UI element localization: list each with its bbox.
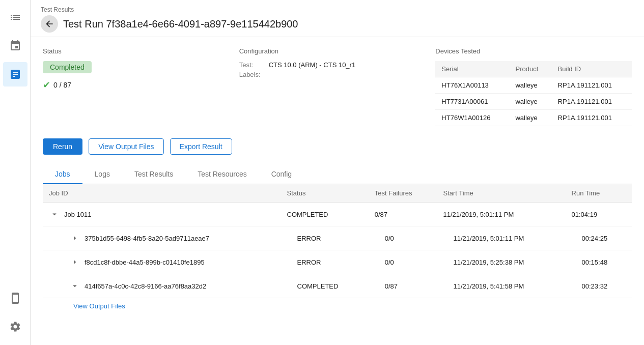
device-build-id: RP1A.191121.001	[552, 77, 632, 94]
col-status: Status	[281, 184, 369, 203]
devices-table: Serial Product Build ID HT76X1A00113 wal…	[435, 61, 632, 126]
job-id-cell: Job 1011	[43, 203, 281, 226]
view-output-files-link[interactable]: View Output Files	[43, 298, 632, 314]
tab-jobs[interactable]: Jobs	[43, 165, 82, 184]
export-result-button[interactable]: Export Result	[170, 138, 232, 155]
job-test-failures: 0/87	[369, 203, 437, 226]
device-build-id: RP1A.191121.001	[552, 94, 632, 110]
device-row: HT7731A00061 walleye RP1A.191121.001	[435, 94, 632, 110]
child-expand-button[interactable]	[69, 233, 80, 244]
child-job-run-time: 00:15:48	[566, 250, 632, 274]
devices-block: Devices Tested Serial Product Build ID H…	[435, 47, 632, 126]
child-job-test-failures: 0/87	[369, 274, 437, 298]
config-test-label: Test:	[239, 61, 265, 69]
sidebar-item-settings[interactable]	[3, 314, 27, 339]
job-start-time: 11/21/2019, 5:01:11 PM	[437, 203, 565, 226]
child-job-start-time: 11/21/2019, 5:41:58 PM	[437, 274, 565, 298]
job-child-row: f8cd1c8f-dbbe-44a5-899b-c01410fe1895 ERR…	[43, 250, 632, 274]
config-title: Configuration	[239, 47, 436, 55]
devices-col-product: Product	[509, 61, 551, 77]
job-child-row: 414f657a-4c0c-42c8-9166-aa76f8aa32d2 COM…	[43, 274, 632, 298]
child-job-start-time: 11/21/2019, 5:01:11 PM	[437, 226, 565, 250]
pass-count-value: 0 / 87	[53, 81, 71, 89]
child-job-id-value: 414f657a-4c0c-42c8-9166-aa76f8aa32d2	[85, 282, 206, 290]
config-test-value: CTS 10.0 (ARM) - CTS 10_r1	[269, 61, 356, 69]
job-run-time: 01:04:19	[566, 203, 632, 226]
collapse-button[interactable]	[49, 209, 60, 220]
config-test-row: Test: CTS 10.0 (ARM) - CTS 10_r1	[239, 61, 436, 69]
device-row: HT76X1A00113 walleye RP1A.191121.001	[435, 77, 632, 94]
child-job-id-value: 375b1d55-6498-4fb5-8a20-5ad9711aeae7	[85, 235, 209, 242]
jobs-table: Job ID Status Test Failures Start Time R…	[43, 184, 632, 298]
pass-count: ✔ 0 / 87	[43, 79, 239, 91]
action-buttons: Rerun View Output Files Export Result	[43, 138, 632, 155]
device-serial: HT7731A00061	[435, 94, 509, 110]
view-output-button[interactable]: View Output Files	[89, 138, 163, 155]
devices-col-serial: Serial	[435, 61, 509, 77]
child-job-test-failures: 0/0	[369, 250, 437, 274]
tab-test-resources[interactable]: Test Resources	[185, 165, 259, 184]
sidebar	[0, 0, 31, 345]
child-job-id-cell: 414f657a-4c0c-42c8-9166-aa76f8aa32d2	[43, 274, 281, 298]
checkmark-icon: ✔	[43, 79, 50, 91]
child-job-run-time: 00:24:25	[566, 226, 632, 250]
device-serial: HT76W1A00126	[435, 110, 509, 126]
job-child-row: 375b1d55-6498-4fb5-8a20-5ad9711aeae7 ERR…	[43, 226, 632, 250]
config-labels-row: Labels:	[239, 71, 436, 78]
device-product: walleye	[509, 110, 551, 126]
child-job-status: ERROR	[281, 250, 369, 274]
status-title: Status	[43, 47, 239, 55]
device-serial: HT76X1A00113	[435, 77, 509, 94]
device-product: walleye	[509, 77, 551, 94]
content-area: Status Completed ✔ 0 / 87 Configuration …	[31, 37, 644, 345]
device-row: HT76W1A00126 walleye RP1A.191121.001	[435, 110, 632, 126]
main-content: Test Results Test Run 7f38a1e4-6e66-4091…	[31, 0, 644, 345]
col-test-failures: Test Failures	[369, 184, 437, 203]
sidebar-item-chart[interactable]	[3, 62, 27, 87]
tab-test-results[interactable]: Test Results	[122, 165, 185, 184]
job-status: COMPLETED	[281, 203, 369, 226]
status-badge: Completed	[43, 61, 92, 73]
child-job-test-failures: 0/0	[369, 226, 437, 250]
sidebar-item-calendar[interactable]	[3, 34, 27, 58]
devices-col-build-id: Build ID	[552, 61, 632, 77]
child-job-run-time: 00:23:32	[566, 274, 632, 298]
breadcrumb: Test Results	[41, 6, 634, 13]
child-job-id-cell: f8cd1c8f-dbbe-44a5-899b-c01410fe1895	[43, 250, 281, 274]
sidebar-item-list[interactable]	[3, 5, 27, 30]
device-build-id: RP1A.191121.001	[552, 110, 632, 126]
page-header: Test Results Test Run 7f38a1e4-6e66-4091…	[31, 0, 644, 37]
device-product: walleye	[509, 94, 551, 110]
child-job-id-cell: 375b1d55-6498-4fb5-8a20-5ad9711aeae7	[43, 226, 281, 250]
child-job-status: ERROR	[281, 226, 369, 250]
back-button[interactable]	[41, 15, 58, 33]
config-labels-label: Labels:	[239, 71, 265, 78]
child-job-status: COMPLETED	[281, 274, 369, 298]
sidebar-item-phone[interactable]	[3, 286, 27, 310]
tab-config[interactable]: Config	[259, 165, 304, 184]
rerun-button[interactable]: Rerun	[43, 138, 82, 155]
job-row: Job 1011 COMPLETED 0/87 11/21/2019, 5:01…	[43, 203, 632, 226]
child-job-start-time: 11/21/2019, 5:25:38 PM	[437, 250, 565, 274]
config-block: Configuration Test: CTS 10.0 (ARM) - CTS…	[239, 47, 436, 126]
col-run-time: Run Time	[566, 184, 632, 203]
devices-title: Devices Tested	[435, 47, 632, 55]
tabs: JobsLogsTest ResultsTest ResourcesConfig	[43, 165, 632, 184]
info-section: Status Completed ✔ 0 / 87 Configuration …	[43, 47, 632, 126]
child-expand-button[interactable]	[69, 256, 80, 268]
status-block: Status Completed ✔ 0 / 87	[43, 47, 239, 126]
page-title: Test Run 7f38a1e4-6e66-4091-a897-9e11544…	[63, 18, 298, 30]
tab-logs[interactable]: Logs	[82, 165, 122, 184]
job-id-value: Job 1011	[64, 211, 92, 218]
col-start-time: Start Time	[437, 184, 565, 203]
child-job-id-value: f8cd1c8f-dbbe-44a5-899b-c01410fe1895	[85, 258, 205, 266]
child-expand-button[interactable]	[69, 280, 80, 292]
col-job-id: Job ID	[43, 184, 281, 203]
